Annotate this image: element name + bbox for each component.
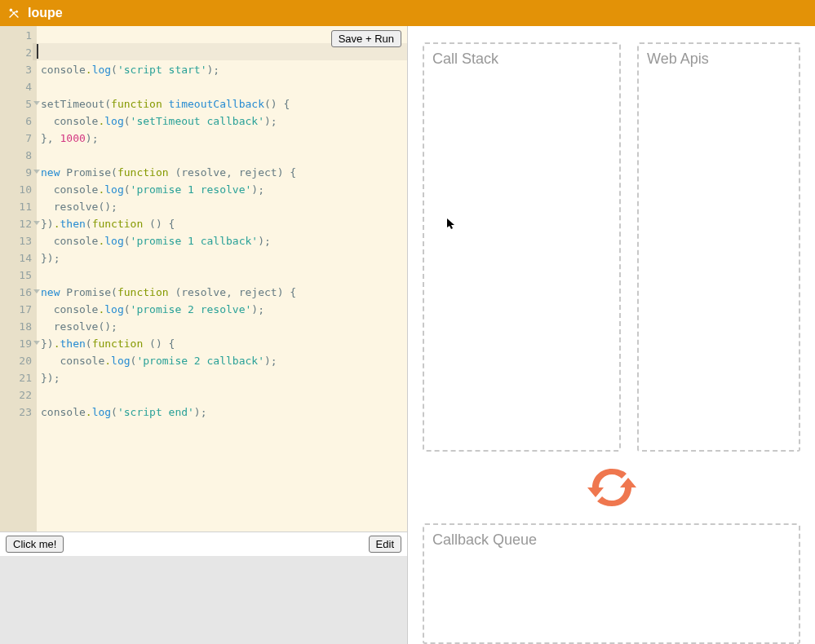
tools-icon	[7, 6, 21, 20]
code-line[interactable]: console.log('script start');	[41, 61, 407, 78]
line-number: 23	[0, 404, 37, 421]
code-line[interactable]	[41, 147, 407, 164]
line-number: 1	[0, 27, 37, 44]
line-number: 15	[0, 267, 37, 284]
line-number: 19	[0, 335, 37, 352]
code-line[interactable]: console.log('promise 1 resolve');	[41, 181, 407, 198]
line-number: 4	[0, 78, 37, 95]
code-line[interactable]: });	[41, 369, 407, 386]
code-line[interactable]: console.log('setTimeout callback');	[41, 112, 407, 130]
line-number: 10	[0, 181, 37, 198]
line-number: 11	[0, 198, 37, 215]
call-stack-panel: Call Stack	[423, 42, 621, 452]
line-number: 16	[0, 284, 37, 301]
code-line[interactable]: });	[41, 249, 407, 267]
left-pane: Save + Run 12345678910111213141516171819…	[0, 26, 408, 644]
code-line[interactable]: console.log('promise 1 callback');	[41, 232, 407, 249]
line-number: 20	[0, 352, 37, 369]
code-line[interactable]: new Promise(function (resolve, reject) {	[41, 284, 407, 301]
code-line[interactable]: new Promise(function (resolve, reject) {	[41, 164, 407, 181]
right-pane: Call Stack Web Apis Callback Queue	[408, 26, 815, 644]
web-apis-title: Web Apis	[647, 51, 791, 68]
code-line[interactable]: console.log('promise 2 resolve');	[41, 301, 407, 318]
call-stack-title: Call Stack	[432, 51, 611, 68]
code-editor[interactable]: Save + Run 12345678910111213141516171819…	[0, 26, 407, 532]
line-number: 9	[0, 164, 37, 181]
line-number: 21	[0, 369, 37, 386]
line-number: 6	[0, 112, 37, 130]
svg-point-0	[10, 9, 13, 12]
click-me-button[interactable]: Click me!	[6, 536, 64, 553]
web-apis-panel: Web Apis	[637, 42, 800, 452]
code-line[interactable]: resolve();	[41, 198, 407, 215]
code-line[interactable]: }).then(function () {	[41, 215, 407, 232]
line-number: 8	[0, 147, 37, 164]
line-number: 13	[0, 232, 37, 249]
code-line[interactable]: setTimeout(function timeoutCallback() {	[41, 95, 407, 112]
line-number: 22	[0, 386, 37, 404]
save-run-button[interactable]: Save + Run	[331, 30, 401, 47]
line-number: 17	[0, 301, 37, 318]
app-title: loupe	[28, 6, 63, 20]
output-area	[0, 556, 407, 644]
code-line[interactable]	[41, 386, 407, 404]
line-number: 5	[0, 95, 37, 112]
edit-button[interactable]: Edit	[369, 536, 401, 553]
code-line[interactable]: resolve();	[41, 318, 407, 335]
code-line[interactable]: }, 1000);	[41, 130, 407, 147]
header: loupe	[0, 0, 815, 26]
line-number: 7	[0, 130, 37, 147]
code-area[interactable]: console.log('script start');setTimeout(f…	[37, 26, 407, 532]
code-line[interactable]	[41, 78, 407, 95]
event-loop-icon	[586, 464, 638, 511]
code-line[interactable]: console.log('script end');	[41, 404, 407, 421]
text-cursor	[37, 44, 38, 59]
controls-bar: Click me! Edit	[0, 532, 407, 556]
line-number: 2	[0, 44, 37, 61]
callback-queue-title: Callback Queue	[432, 532, 791, 549]
line-number: 14	[0, 249, 37, 267]
line-number: 12	[0, 215, 37, 232]
code-line[interactable]: }).then(function () {	[41, 335, 407, 352]
code-line[interactable]: console.log('promise 2 callback');	[41, 352, 407, 369]
callback-queue-panel: Callback Queue	[423, 523, 800, 644]
line-gutter: 1234567891011121314151617181920212223	[0, 26, 37, 532]
line-number: 18	[0, 318, 37, 335]
code-line[interactable]	[41, 267, 407, 284]
line-number: 3	[0, 61, 37, 78]
